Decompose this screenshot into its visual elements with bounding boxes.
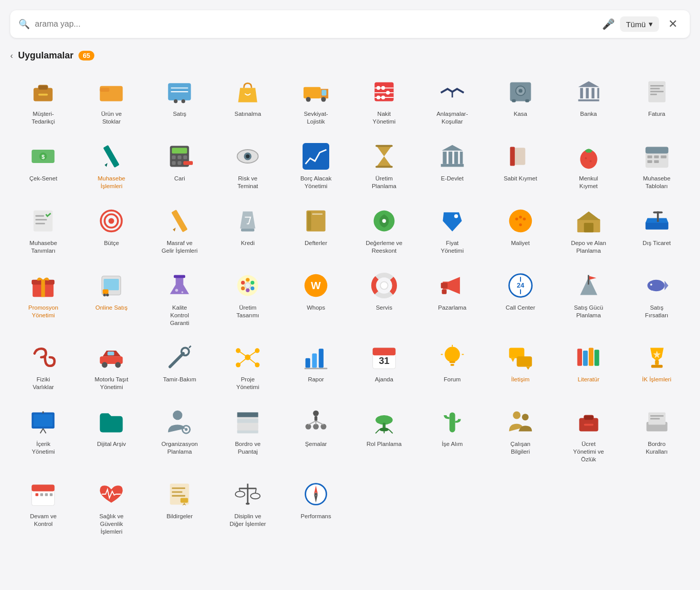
app-item-menkul-kiymet[interactable]: Menkul Kıymet: [555, 136, 622, 196]
app-item-pazarlama[interactable]: Pazarlama: [419, 265, 485, 333]
app-item-tamir-bakim[interactable]: Tamir-Bakım: [147, 337, 213, 397]
mic-icon[interactable]: 🎤: [602, 18, 615, 30]
close-button[interactable]: ✕: [664, 15, 682, 33]
app-label-devam-kontrol: Devam ve Kontrol: [30, 513, 57, 528]
app-item-muhasebe-tanimlari[interactable]: Muhasebe Tanımları: [10, 200, 76, 261]
app-item-rapor[interactable]: Rapor: [283, 337, 349, 397]
app-item-musteri-tedarikci[interactable]: Müşteri- Tedarikçi: [10, 71, 76, 132]
svg-point-166: [445, 347, 460, 362]
app-item-butce[interactable]: Bütçe: [78, 200, 145, 261]
svg-point-129: [381, 281, 388, 289]
app-item-muhasebe-tablolari[interactable]: Muhasebe Tabloları: [624, 136, 690, 196]
trophy-star-icon: [643, 343, 671, 372]
app-item-semalar[interactable]: Şemalar: [283, 401, 349, 470]
app-item-dis-ticaret[interactable]: Dış Ticaret: [624, 200, 690, 261]
app-item-cari[interactable]: Cari: [147, 136, 213, 196]
app-item-bildirgeler[interactable]: Bildirgeler: [147, 474, 213, 542]
app-item-fatura[interactable]: Fatura: [624, 71, 690, 132]
app-item-proje-yonetimi[interactable]: Proje Yönetimi: [215, 337, 281, 397]
app-item-ucret-yonetimi[interactable]: Ücret Yönetimi ve Özlük: [555, 401, 622, 470]
app-item-e-devlet[interactable]: E-Devlet: [419, 136, 485, 196]
app-item-disiplin-isler[interactable]: Disiplin ve Diğer İşlemler: [215, 474, 281, 542]
app-item-satis[interactable]: Satış: [147, 71, 213, 132]
app-item-call-center[interactable]: 24Call Center: [487, 265, 553, 333]
app-item-bordro-kurallari[interactable]: Bordro Kuralları: [624, 401, 690, 470]
app-item-ik-islemleri[interactable]: İK İşlemleri: [624, 337, 690, 397]
eye-icon: [233, 142, 262, 171]
app-item-banka[interactable]: Banka: [555, 71, 622, 132]
app-item-performans[interactable]: Performans: [283, 474, 349, 542]
app-item-organizasyon[interactable]: Organizasyon Planlama: [147, 401, 213, 470]
app-item-anlasma-kosullar[interactable]: Anlaşmalar- Koşullar: [419, 71, 485, 132]
app-item-motorlu-tasit[interactable]: Motorlu Taşıt Yönetimi: [78, 337, 145, 397]
app-item-risk-teminat[interactable]: Risk ve Teminat: [215, 136, 281, 196]
svg-rect-227: [172, 487, 185, 489]
staple-red-icon: [506, 142, 535, 171]
app-item-uretim-planlama[interactable]: Üretim Planlama: [351, 136, 417, 196]
app-item-depo-alan[interactable]: Depo ve Alan Planlama: [555, 200, 622, 261]
app-item-saglik-guvenlik[interactable]: Sağlık ve Güvenlik İşlemleri: [78, 474, 145, 542]
app-item-kasa[interactable]: Kasa: [487, 71, 553, 132]
app-item-promosyon[interactable]: Promosyon Yönetimi: [10, 265, 76, 333]
app-item-masraf-gelir[interactable]: Masraf ve Gelir İşlemleri: [147, 200, 213, 261]
svg-rect-75: [661, 155, 666, 158]
svg-rect-179: [594, 350, 599, 367]
svg-point-190: [185, 428, 188, 431]
app-item-uretim-tasarimi[interactable]: Üretim Tasarımı: [215, 265, 281, 333]
app-item-bordro-puantaj[interactable]: Bordro ve Puantaj: [215, 401, 281, 470]
app-item-dijital-arsiv[interactable]: Dijital Arşiv: [78, 401, 145, 470]
megaphone-icon: [438, 271, 467, 300]
svg-rect-159: [306, 358, 310, 368]
app-item-satis-firsatlari[interactable]: Satış Fırsatları: [624, 265, 690, 333]
svg-point-212: [522, 414, 529, 421]
app-item-literatur[interactable]: Literatür: [555, 337, 622, 397]
app-item-sabit-kiymet[interactable]: Sabit Kıymet: [487, 136, 553, 196]
bar-chart-icon: [302, 343, 330, 372]
app-item-muhasebe-islemleri[interactable]: Muhasebe İşlemleri: [78, 136, 145, 196]
app-item-calisan-bilgileri[interactable]: Çalışan Bilgileri: [487, 401, 553, 470]
app-item-rol-planlama[interactable]: Rol Planlama: [351, 401, 417, 470]
app-item-satis-gucu[interactable]: Satış Gücü Planlama: [555, 265, 622, 333]
app-item-ajanda[interactable]: 31Ajanda: [351, 337, 417, 397]
svg-rect-48: [178, 155, 182, 159]
chevron-left-icon[interactable]: ‹: [10, 51, 13, 60]
document-ribbon-icon: [165, 480, 194, 508]
app-item-fiyat-yonetimi[interactable]: Fiyat Yönetimi: [419, 200, 485, 261]
svg-line-158: [248, 357, 257, 365]
svg-rect-162: [305, 368, 328, 370]
app-item-nakit-yonetimi[interactable]: Nakit Yönetimi: [351, 71, 417, 132]
app-item-online-satis[interactable]: Online Satış: [78, 265, 145, 333]
app-item-urun-stoklar[interactable]: Ürün ve Stoklar: [78, 71, 145, 132]
app-item-satinalma[interactable]: Satınalma: [215, 71, 281, 132]
app-item-whops[interactable]: WWhops: [283, 265, 349, 333]
app-item-kalite-kontrol[interactable]: Kalite Kontrol Garanti: [147, 265, 213, 333]
app-label-iletisim: İletişim: [511, 376, 530, 383]
app-item-cek-senet[interactable]: $Çek-Senet: [10, 136, 76, 196]
svg-marker-29: [578, 82, 599, 87]
app-item-borc-alacak[interactable]: Borç Alacak Yönetimi: [283, 136, 349, 196]
app-item-ise-alim[interactable]: İşe Alım: [419, 401, 485, 470]
app-item-maliyet[interactable]: Maliyet: [487, 200, 553, 261]
app-item-iletisim[interactable]: İletişim: [487, 337, 553, 397]
svg-rect-47: [172, 155, 175, 159]
app-label-semalar: Şemalar: [305, 440, 327, 448]
svg-rect-132: [442, 289, 446, 294]
filter-dropdown[interactable]: Tümü ▾: [620, 16, 659, 32]
svg-rect-230: [181, 498, 188, 503]
svg-rect-215: [584, 424, 593, 426]
app-item-kredi[interactable]: Kredi: [215, 200, 281, 261]
app-item-icerik-yonetimi[interactable]: İçerik Yönetimi: [10, 401, 76, 470]
app-item-fiziki-varliklar[interactable]: Fiziki Varlıklar: [10, 337, 76, 397]
app-item-devam-kontrol[interactable]: Devam ve Kontrol: [10, 474, 76, 542]
people-tree-icon: [302, 408, 330, 436]
striped-list-icon: [233, 408, 262, 436]
app-item-degerleme-reeskont[interactable]: Değerleme ve Reeskont: [351, 200, 417, 261]
app-item-servis[interactable]: Servis: [351, 265, 417, 333]
app-label-e-devlet: E-Devlet: [441, 175, 464, 182]
app-item-forum[interactable]: Forum: [419, 337, 485, 397]
search-input[interactable]: [35, 19, 597, 29]
app-item-sevkiyat-lojistik[interactable]: Sevkiyat- Lojistik: [283, 71, 349, 132]
svg-rect-52: [184, 161, 193, 165]
car-red-icon: [97, 343, 126, 372]
app-item-defterler[interactable]: Defterler: [283, 200, 349, 261]
